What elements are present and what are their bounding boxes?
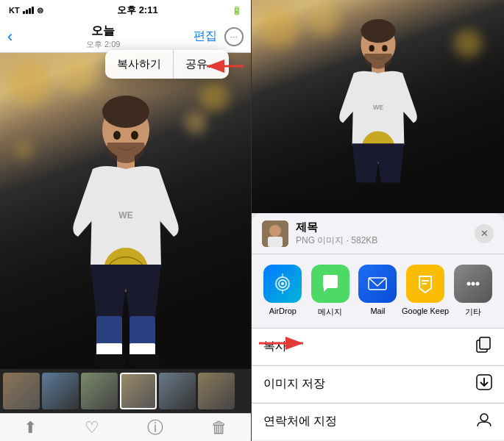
bokeh2 [199,82,229,112]
svg-text:WE: WE [372,104,383,111]
app-airdrop[interactable]: AirDrop [259,265,307,318]
bar3 [29,8,31,14]
mail-svg [367,273,388,294]
messages-svg [320,273,341,294]
left-info-icon[interactable]: ⓘ [147,417,163,439]
close-icon: ✕ [480,228,489,239]
airdrop-icon [263,265,302,303]
bar2 [26,10,28,14]
share-title: 제목 [296,220,377,234]
keep-label: Google Keep [402,306,449,315]
left-back-button[interactable]: ‹ [7,27,13,46]
left-chevron-icon: ‹ [7,27,13,46]
r-bokeh2 [454,29,482,57]
person-svg: WE [52,90,199,369]
airdrop-svg [272,273,293,294]
left-heart-icon[interactable]: ♡ [85,418,99,437]
app-more[interactable]: 기타 [449,265,497,318]
right-person-svg: WE [312,15,444,220]
left-wifi: ⊜ [37,6,43,15]
left-status-bar: KT ⊜ 오후 2:11 🔋 [0,0,251,21]
assign-contact-icon [476,412,492,431]
airdrop-label: AirDrop [269,306,297,315]
app-row: AirDrop 메시지 Mail [252,254,504,328]
keep-icon [406,265,444,303]
left-photo-bg: WE [0,53,251,369]
action-save-image[interactable]: 이미지 저장 [252,365,504,402]
thumb-6[interactable] [198,373,235,409]
left-thumb-strip [0,369,251,413]
left-photo: WE [0,53,251,369]
thumb-1[interactable] [3,373,40,409]
copy-button[interactable]: 복사하기 [105,50,174,79]
thumb-2[interactable] [42,373,79,409]
more-apps-icon [454,265,492,303]
left-trash-icon[interactable]: 🗑 [211,418,227,437]
svg-rect-22 [268,237,283,247]
svg-point-19 [382,45,387,51]
contact-icon-svg [476,412,492,428]
left-status-left: KT ⊜ [9,6,43,15]
keep-svg [415,273,436,294]
copy-action-icon [476,337,492,356]
left-nav-subtitle: 오후 2:09 [86,39,120,50]
r-bokeh1 [259,7,299,48]
share-thumb [262,220,288,247]
red-arrow-right [259,334,318,355]
thumb-5[interactable] [159,373,196,409]
left-battery-icon: 🔋 [232,6,242,15]
svg-point-38 [480,414,488,421]
left-phone: KT ⊜ 오후 2:11 🔋 ‹ 오늘 오후 2:09 편집 ··· [0,0,252,441]
left-nav-title: 오늘 [86,24,120,39]
svg-point-11 [113,131,121,140]
left-nav-actions: 편집 ··· [194,27,244,46]
share-subtitle: PNG 이미지 · 582KB [296,234,377,247]
save-icon-svg [476,374,492,390]
svg-point-21 [269,225,281,237]
left-nav-bar: ‹ 오늘 오후 2:09 편집 ··· [0,21,251,53]
share-sheet: 제목 PNG 이미지 · 582KB ✕ AirDro [252,213,504,441]
bokeh1 [7,60,52,104]
share-close-button[interactable]: ✕ [475,224,494,243]
app-mail[interactable]: Mail [354,265,402,318]
svg-point-18 [369,45,374,51]
messages-label: 메시지 [318,306,342,318]
app-keep[interactable]: Google Keep [402,265,450,318]
share-thumb-image [262,220,288,247]
right-phone: KT ⊜ 오후 2:12 🔋 ‹ 오늘 오후 2:09 편집 ··· [252,0,504,441]
action-assign-contact[interactable]: 연락처에 지정 [252,403,504,440]
left-share-icon[interactable]: ⬆ [24,418,37,437]
mail-icon [358,265,397,303]
bar4 [32,7,34,14]
save-image-label: 이미지 저장 [263,376,325,392]
more-apps-label: 기타 [465,306,481,318]
svg-point-14 [361,19,395,43]
mail-label: Mail [370,306,385,315]
left-carrier: KT [9,6,20,15]
more-svg [463,273,483,294]
svg-text:WE: WE [118,210,132,220]
left-signal [23,7,34,14]
share-title-group: 제목 PNG 이미지 · 582KB [296,220,377,247]
svg-point-25 [281,282,284,285]
left-bottom-toolbar: ⬆ ♡ ⓘ 🗑 [0,413,251,441]
svg-point-31 [466,282,470,286]
left-nav-title-group: 오늘 오후 2:09 [86,24,120,50]
assign-contact-label: 연락처에 지정 [263,414,337,429]
left-more-icon: ··· [230,32,238,41]
left-status-right: 🔋 [232,6,242,15]
left-edit-button[interactable]: 편집 [194,29,217,44]
svg-rect-35 [480,337,490,349]
bar1 [23,11,25,14]
thumb-3[interactable] [81,373,118,409]
left-time: 오후 2:11 [117,4,158,17]
right-photo-bg: WE [252,0,504,213]
bokeh3 [59,57,96,93]
svg-point-3 [102,96,149,128]
left-more-button[interactable]: ··· [224,27,244,46]
copy-icon-svg [476,337,492,353]
thumb-4[interactable] [120,373,157,409]
app-messages[interactable]: 메시지 [307,265,355,318]
svg-point-33 [475,282,479,286]
svg-point-12 [131,131,138,140]
